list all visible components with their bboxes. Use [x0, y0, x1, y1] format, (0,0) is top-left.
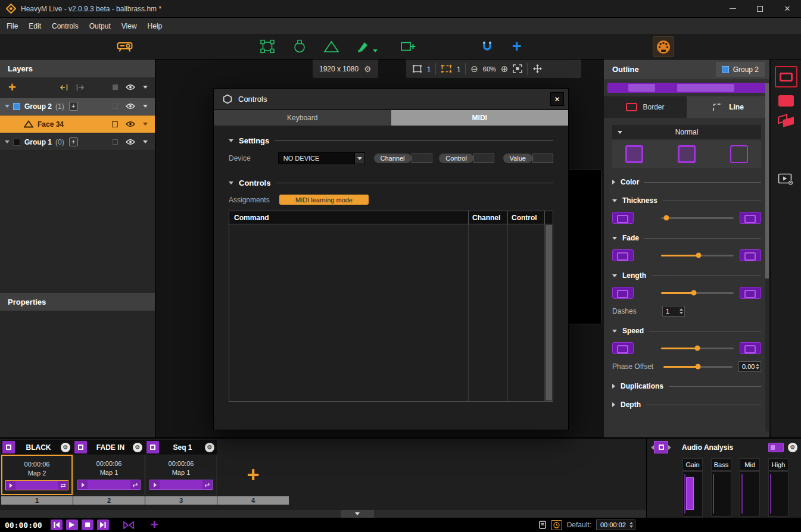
- collapse-all-chevron-icon[interactable]: [143, 86, 148, 89]
- slider-thumb[interactable]: [696, 253, 702, 258]
- sequence-body-empty[interactable]: +: [217, 455, 289, 495]
- length-slider[interactable]: [661, 292, 734, 294]
- add-player-button[interactable]: +: [512, 40, 522, 52]
- expander-chevron-icon[interactable]: [5, 105, 10, 108]
- next-bank-icon[interactable]: [668, 445, 674, 450]
- visibility-eye-icon[interactable]: [126, 139, 135, 145]
- outline-scrollbar[interactable]: [765, 83, 769, 431]
- section-fade-header[interactable]: Fade: [612, 234, 761, 242]
- speed-link-button[interactable]: [740, 342, 761, 354]
- spinner-up-icon[interactable]: [680, 308, 683, 311]
- section-duplications-header[interactable]: Duplications: [612, 382, 761, 390]
- tab-line[interactable]: Line: [687, 96, 769, 118]
- add-group-tool[interactable]: [400, 40, 416, 53]
- skip-end-button[interactable]: [97, 520, 109, 530]
- paint-tool[interactable]: [356, 40, 369, 53]
- skip-start-button[interactable]: [51, 520, 63, 530]
- section-speed-header[interactable]: Speed: [612, 327, 761, 335]
- style-preview-shape[interactable]: [730, 145, 748, 163]
- effect-preview-bar[interactable]: [607, 83, 766, 93]
- menu-file[interactable]: File: [1, 18, 23, 34]
- paint-dropdown-arrow-icon[interactable]: [373, 49, 378, 52]
- solo-icon[interactable]: [113, 104, 118, 109]
- sequence-body[interactable]: 00:00:06 Map 1: [73, 455, 145, 495]
- sequence-clip-icon[interactable]: [147, 441, 159, 453]
- dashes-spinner[interactable]: 1: [662, 306, 685, 317]
- play-button[interactable]: [66, 520, 78, 530]
- fade-slider[interactable]: [661, 255, 734, 256]
- selected-group-chip[interactable]: Group 2: [716, 62, 765, 77]
- control-input[interactable]: [473, 154, 494, 163]
- add-layer-button[interactable]: +: [8, 82, 16, 93]
- section-length-header[interactable]: Length: [612, 271, 761, 280]
- sequence-scroll-button[interactable]: [341, 510, 374, 518]
- add-circle-tool[interactable]: [292, 40, 307, 54]
- spinner-up-icon[interactable]: [629, 522, 633, 524]
- sequence-header[interactable]: FADE IN ⚙: [73, 440, 145, 455]
- slider-thumb[interactable]: [691, 290, 696, 296]
- default-duration-spinner[interactable]: 00:00:02: [596, 520, 635, 530]
- zoom-out-button[interactable]: ⊖: [470, 64, 478, 74]
- slider-thumb[interactable]: [663, 215, 669, 221]
- sequence-progress-bar[interactable]: [77, 480, 141, 490]
- sequence-body[interactable]: 00:00:06 Map 2: [1, 455, 73, 495]
- add-triangle-tool[interactable]: [323, 40, 339, 53]
- controls-dialog-header[interactable]: Controls ✕: [214, 89, 568, 110]
- row-chevron-icon[interactable]: [143, 105, 148, 108]
- speed-map-button[interactable]: [612, 342, 634, 354]
- scrollbar-thumb[interactable]: [546, 225, 552, 400]
- section-depth-header[interactable]: Depth: [612, 400, 761, 409]
- solo-all-icon[interactable]: [113, 85, 118, 90]
- spinner-down-icon[interactable]: [680, 312, 683, 314]
- audio-settings-gear-icon[interactable]: ⚙: [788, 443, 797, 452]
- sequence-progress-bar[interactable]: [149, 480, 213, 490]
- minimize-button[interactable]: [719, 0, 746, 17]
- tab-border[interactable]: Border: [604, 96, 687, 118]
- table-scrollbar[interactable]: [544, 224, 553, 401]
- menu-output[interactable]: Output: [84, 18, 116, 34]
- audio-level-indicator[interactable]: [768, 443, 784, 452]
- fader-thumb[interactable]: [686, 477, 694, 510]
- section-color-header[interactable]: Color: [612, 178, 761, 186]
- meter-fader[interactable]: [740, 471, 760, 517]
- column-header-control[interactable]: Control: [507, 211, 544, 224]
- stop-button[interactable]: [82, 520, 93, 530]
- sequence-header[interactable]: Seq 1 ⚙: [145, 440, 217, 455]
- sequence-clip-icon[interactable]: [2, 441, 15, 453]
- resolution-settings-gear-icon[interactable]: ⚙: [364, 64, 372, 74]
- close-button[interactable]: ✕: [774, 0, 801, 17]
- sequence-slot-number[interactable]: 2: [73, 496, 145, 505]
- column-header-command[interactable]: Command: [229, 211, 468, 224]
- fade-map-button[interactable]: [612, 249, 634, 261]
- meter-fader[interactable]: [682, 471, 703, 517]
- sequence-block-empty[interactable]: + 4: [217, 440, 289, 505]
- pan-view-icon[interactable]: [532, 64, 543, 74]
- spinner-up-icon[interactable]: [756, 364, 759, 366]
- outline-effect-button-active[interactable]: [775, 66, 797, 87]
- visibility-eye-icon[interactable]: [126, 121, 135, 127]
- thickness-map-button[interactable]: [612, 212, 634, 224]
- line-style-dropdown[interactable]: Normal: [612, 125, 761, 139]
- add-face-to-group-button[interactable]: +: [69, 102, 78, 111]
- menu-controls[interactable]: Controls: [46, 18, 84, 34]
- fill-effect-button[interactable]: [778, 95, 794, 107]
- sequence-slot-number[interactable]: 3: [145, 496, 217, 505]
- zoom-in-button[interactable]: ⊕: [501, 64, 509, 74]
- layer-row-group-1[interactable]: Group 1 (0) +: [0, 133, 155, 151]
- length-map-button[interactable]: [612, 287, 634, 299]
- layer-row-group-2[interactable]: Group 2 (1) +: [0, 98, 155, 115]
- spinner-down-icon[interactable]: [756, 367, 759, 370]
- tab-midi[interactable]: MIDI: [391, 110, 569, 126]
- loop-icon[interactable]: [130, 480, 140, 489]
- fit-view-icon[interactable]: [513, 64, 522, 73]
- sequence-settings-gear-icon[interactable]: ⚙: [61, 443, 70, 452]
- thickness-link-button[interactable]: [740, 212, 761, 224]
- channel-input[interactable]: [412, 154, 432, 163]
- add-rectangle-tool[interactable]: [260, 40, 275, 54]
- section-thickness-header[interactable]: Thickness: [612, 196, 761, 205]
- phase-offset-slider[interactable]: [663, 366, 733, 368]
- style-preview-shape[interactable]: [625, 145, 643, 163]
- loop-icon[interactable]: [58, 481, 68, 490]
- spinner-down-icon[interactable]: [629, 525, 633, 528]
- canvas-area[interactable]: 1920 x 1080 ⚙ 1 1 ⊖ 60% ⊕: [156, 60, 604, 437]
